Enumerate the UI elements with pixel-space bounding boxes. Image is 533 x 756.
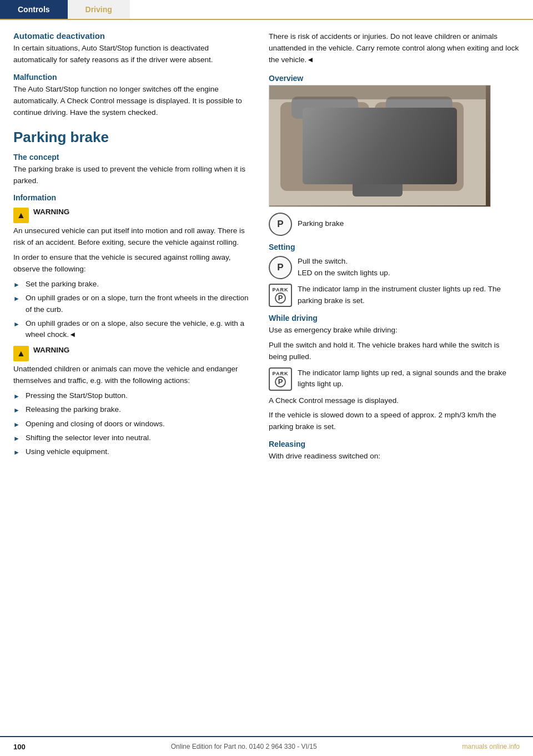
footer-info-text: Online Edition for Part no. 0140 2 964 3… <box>171 743 317 750</box>
svg-point-10 <box>385 156 392 163</box>
list-item: ► On uphill grades or on a slope, turn t… <box>13 293 252 315</box>
tab-controls[interactable]: Controls <box>0 0 68 19</box>
bullet-text: Pressing the Start/Stop button. <box>26 390 128 401</box>
bullet-arrow-icon: ► <box>13 405 21 415</box>
bullet-arrow-icon: ► <box>13 319 21 329</box>
svg-point-6 <box>374 146 381 153</box>
malfunction-heading: Malfunction <box>13 73 252 82</box>
list-item: ► Releasing the parking brake. <box>13 404 252 415</box>
setting-heading: Setting <box>269 243 520 251</box>
svg-rect-2 <box>375 102 464 191</box>
top-navigation: Controls Driving <box>0 0 533 20</box>
releasing-heading: Releasing <box>269 440 520 448</box>
warning-text-2: WARNING <box>33 345 69 356</box>
setting-info-row: PARK P The indicator lamp in the instrum… <box>269 284 520 307</box>
while-driving-heading: While driving <box>269 314 520 322</box>
svg-point-8 <box>363 156 370 163</box>
svg-rect-4 <box>355 141 400 169</box>
bullet-text: On uphill grades or on a slope, also sec… <box>26 318 252 341</box>
warning1-body: An unsecured vehicle can put itself into… <box>13 225 252 249</box>
warning-label-2: WARNING <box>33 346 69 354</box>
list-item: ► On uphill grades or on a slope, also s… <box>13 318 252 341</box>
bullet-arrow-icon: ► <box>13 391 21 401</box>
information-heading: Information <box>13 193 252 202</box>
bullet-arrow-icon: ► <box>13 280 21 290</box>
while-driving-body1: Use as emergency brake while driving: <box>269 325 520 336</box>
tab-driving-label: Driving <box>86 5 112 14</box>
overview-heading: Overview <box>269 74 520 83</box>
while-driving-body3: A Check Control message is displayed. <box>269 395 520 407</box>
list-item: ► Opening and closing of doors or window… <box>13 419 252 430</box>
bullet-text: Set the parking brake. <box>26 279 99 290</box>
while-driving-body2: Pull the switch and hold it. The vehicle… <box>269 340 520 363</box>
setting-step1: Pull the switch. <box>298 256 390 268</box>
while-driving-body4: If the vehicle is slowed down to a speed… <box>269 410 520 433</box>
footer-logo: manuals online.info <box>462 743 520 750</box>
list-item: ► Set the parking brake. <box>13 279 252 290</box>
setting-p-icon: P <box>269 256 292 279</box>
main-content: Automatic deactivation In certain situat… <box>0 20 533 477</box>
warning-icon-2: ▲ <box>13 346 29 361</box>
bullet-arrow-icon: ► <box>13 294 21 304</box>
left-column: Automatic deactivation In certain situat… <box>13 31 252 466</box>
bullet-text: Releasing the parking brake. <box>26 404 121 415</box>
car-interior-image <box>269 85 491 207</box>
setting-info: The indicator lamp in the instrument clu… <box>298 284 520 307</box>
the-concept-body: The parking brake is used to prevent the… <box>13 164 252 187</box>
warning-block-2: ▲ WARNING <box>13 345 252 361</box>
tab-driving[interactable]: Driving <box>68 0 130 19</box>
bullet-arrow-icon: ► <box>13 434 21 443</box>
footer-page-number: 100 <box>13 743 26 751</box>
svg-rect-3 <box>353 130 403 196</box>
footer: 100 Online Edition for Part no. 0140 2 9… <box>0 736 533 756</box>
while-driving-info: The indicator lamp lights up red, a sign… <box>298 367 520 391</box>
svg-point-7 <box>385 146 392 153</box>
the-concept-heading: The concept <box>13 153 252 162</box>
bullet-text: Using vehicle equipment. <box>26 446 109 457</box>
releasing-body: With drive readiness switched on: <box>269 451 520 462</box>
warning2-body: Unattended children or animals can move … <box>13 364 252 387</box>
bullet-arrow-icon: ► <box>13 420 21 430</box>
park-indicator-icon-2: PARK P <box>269 367 292 391</box>
parking-brake-icon-label: Parking brake <box>298 218 344 230</box>
warning-label-1: WARNING <box>33 208 69 216</box>
while-driving-info-row: PARK P The indicator lamp lights up red,… <box>269 367 520 391</box>
bullet-list-2: ► Pressing the Start/Stop button. ► Rele… <box>13 390 252 457</box>
warning-block-1: ▲ WARNING <box>13 206 252 223</box>
list-item: ► Shifting the selector lever into neutr… <box>13 432 252 443</box>
park-indicator-icon: PARK P <box>269 284 292 307</box>
car-interior-svg <box>269 85 486 205</box>
list-item: ► Using vehicle equipment. <box>13 446 252 457</box>
setting-steps: Pull the switch. LED on the switch light… <box>298 256 390 279</box>
setting-step1-row: P Pull the switch. LED on the switch lig… <box>269 256 520 279</box>
svg-point-5 <box>363 146 370 153</box>
warning-text-1: WARNING <box>33 206 69 218</box>
bullet-text: Shifting the selector lever into neutral… <box>26 432 151 443</box>
parking-brake-p-icon: P <box>269 213 292 236</box>
park-p-circle: P <box>275 293 286 304</box>
bullet-list-1: ► Set the parking brake. ► On uphill gra… <box>13 279 252 340</box>
park-p-circle-2: P <box>275 376 286 387</box>
setting-step2: LED on the switch lights up. <box>298 268 390 279</box>
car-interior-illustration <box>269 85 490 206</box>
auto-deactivation-heading: Automatic deactivation <box>13 31 252 41</box>
park-text-2: PARK <box>273 371 289 376</box>
warning-icon-1: ▲ <box>13 208 29 223</box>
bullet-arrow-icon: ► <box>13 447 21 457</box>
svg-rect-13 <box>269 85 486 99</box>
auto-deactivation-body: In certain situations, Auto Start/Stop f… <box>13 43 252 66</box>
svg-rect-11 <box>291 97 358 119</box>
right-column: There is risk of accidents or injuries. … <box>269 31 520 466</box>
malfunction-body: The Auto Start/Stop function no longer s… <box>13 84 252 119</box>
right-intro-text: There is risk of accidents or injuries. … <box>269 31 520 66</box>
bullet-text: Opening and closing of doors or windows. <box>26 419 165 430</box>
parking-brake-heading: Parking brake <box>13 129 252 146</box>
bullet-text: On uphill grades or on a slope, turn the… <box>26 293 252 315</box>
list-item: ► Pressing the Start/Stop button. <box>13 390 252 401</box>
parking-brake-icon-row: P Parking brake <box>269 213 520 236</box>
tab-controls-label: Controls <box>18 5 50 14</box>
svg-rect-12 <box>386 97 452 119</box>
park-text: PARK <box>273 287 289 293</box>
svg-point-9 <box>374 156 381 163</box>
in-order-text: In order to ensure that the vehicle is s… <box>13 252 252 275</box>
